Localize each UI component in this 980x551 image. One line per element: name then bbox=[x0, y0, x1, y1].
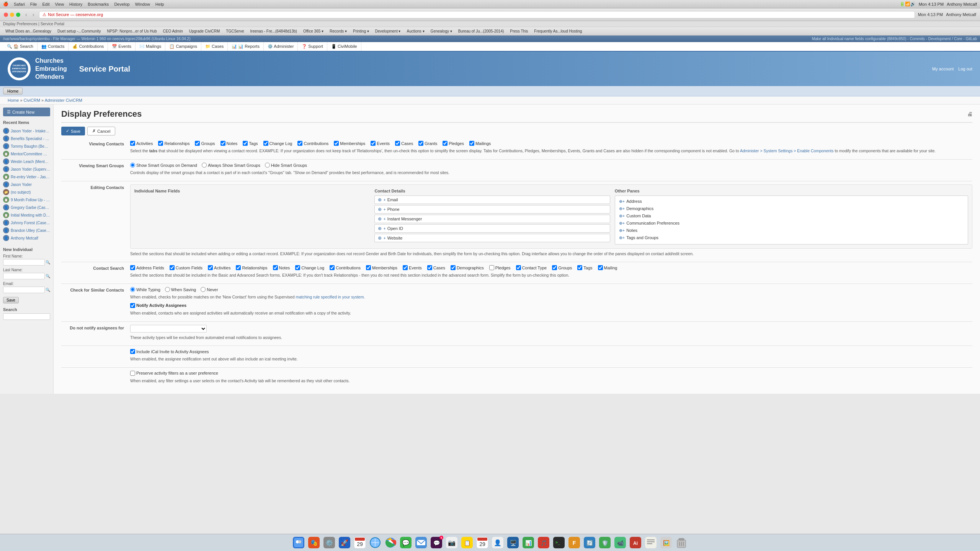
drag-phone[interactable]: ⊕ + Phone bbox=[374, 205, 610, 214]
recent-item-8[interactable]: 📁 (no subject) bbox=[3, 188, 50, 196]
recent-item-2[interactable]: 👤 Tommy Baughn (Benefits... bbox=[3, 142, 50, 150]
forward-button[interactable]: › bbox=[31, 11, 36, 18]
checkbox-relationships[interactable]: Relationships bbox=[158, 141, 189, 146]
recent-item-10[interactable]: 👤 Gregory Garbe (Case Note) bbox=[3, 204, 50, 211]
cs-mailing[interactable]: Mailing bbox=[598, 265, 617, 270]
edit-menu[interactable]: Edit bbox=[42, 2, 49, 7]
checkbox-grants[interactable]: Grants bbox=[418, 141, 437, 146]
help-menu[interactable]: Help bbox=[155, 2, 164, 7]
cs-change-log[interactable]: Change Log bbox=[295, 265, 324, 270]
nav-cases[interactable]: 📁 Cases bbox=[201, 42, 228, 51]
checkbox-notes[interactable]: Notes bbox=[220, 141, 238, 146]
recent-item-5[interactable]: 👤 Jason Yoder (Supervised... bbox=[3, 165, 50, 173]
tab-records[interactable]: Records ▾ bbox=[327, 29, 349, 34]
recent-item-12[interactable]: 👤 Johnny Forest (Case Note) bbox=[3, 219, 50, 227]
email-search-icon[interactable]: 🔍 bbox=[46, 288, 50, 292]
checkbox-contributions[interactable]: Contributions bbox=[297, 141, 328, 146]
checkbox-activities[interactable]: Activities bbox=[130, 141, 153, 146]
recent-item-1[interactable]: 👤 Benefits Specialist - Tam... bbox=[3, 135, 50, 142]
recent-item-9[interactable]: 📋 9 Month Follow Up - Heat... bbox=[3, 196, 50, 204]
tab-press[interactable]: Press This bbox=[508, 29, 530, 34]
recent-item-7[interactable]: 👤 Jason Yoder bbox=[3, 181, 50, 188]
tab-printing[interactable]: Printing ▾ bbox=[351, 29, 371, 34]
cs-contributions[interactable]: Contributions bbox=[330, 265, 361, 270]
nav-contributions[interactable]: 💰 Contributions bbox=[69, 42, 108, 51]
recent-item-11[interactable]: 📋 Initial Meeting with Dire... bbox=[3, 211, 50, 219]
preserve-checkbox[interactable]: Preserve activity filters as a user pref… bbox=[130, 371, 972, 376]
nav-mailings[interactable]: ✉️ Mailings bbox=[136, 42, 165, 51]
checkbox-cases[interactable]: Cases bbox=[395, 141, 413, 146]
recent-item-4[interactable]: 👤 Westin Leach (Mentor/Co... bbox=[3, 158, 50, 165]
nav-search[interactable]: 🔍 🏠 Search bbox=[3, 42, 38, 51]
breadcrumb-administer[interactable]: Administer CiviCRM bbox=[45, 98, 82, 103]
radio-when-saving[interactable]: When Saving bbox=[165, 287, 196, 292]
radio-hide[interactable]: Hide Smart Groups bbox=[265, 163, 307, 168]
tab-hosting[interactable]: Frequently As...loud Hosting bbox=[532, 29, 584, 34]
minimize-button[interactable] bbox=[10, 13, 14, 17]
cs-notes[interactable]: Notes bbox=[273, 265, 290, 270]
nav-events[interactable]: 📅 Events bbox=[108, 42, 136, 51]
other-pane-tags-groups[interactable]: ⊕+ Tags and Groups bbox=[617, 235, 965, 241]
nav-reports[interactable]: 📊 📊 Reports bbox=[228, 42, 264, 51]
nav-administer[interactable]: ⚙️ Administer bbox=[264, 42, 298, 51]
tab-auctions[interactable]: Auctions ▾ bbox=[404, 29, 426, 34]
drag-open-id[interactable]: ⊕ + Open ID bbox=[374, 224, 610, 233]
tab-genealogy2[interactable]: Genealogy ▾ bbox=[428, 29, 454, 34]
drag-website[interactable]: ⊕ + Website bbox=[374, 234, 610, 242]
apple-menu[interactable]: 🍎 bbox=[3, 2, 8, 7]
cs-activities[interactable]: Activities bbox=[208, 265, 230, 270]
recent-item-0[interactable]: 👤 Jason Yoder - Intake Asse... bbox=[3, 127, 50, 135]
tab-upgrade[interactable]: Upgrade CiviCRM bbox=[187, 29, 222, 34]
back-button[interactable]: ‹ bbox=[23, 11, 29, 18]
file-menu[interactable]: File bbox=[30, 2, 37, 7]
other-pane-address[interactable]: ⊕+ Address bbox=[617, 198, 965, 205]
radio-while-typing[interactable]: While Typing bbox=[130, 287, 160, 292]
nav-campaigns[interactable]: 📋 Campaigns bbox=[165, 42, 201, 51]
tab-genealogy[interactable]: What Does an...Genealogy bbox=[3, 29, 54, 34]
create-new-button[interactable]: ☰ Create New bbox=[3, 108, 50, 116]
bookmarks-menu[interactable]: Bookmarks bbox=[88, 2, 109, 7]
search-input[interactable] bbox=[3, 313, 50, 320]
checkbox-pledges[interactable]: Pledges bbox=[443, 141, 464, 146]
safari-menu[interactable]: Safari bbox=[14, 2, 25, 7]
cs-events[interactable]: Events bbox=[403, 265, 422, 270]
cs-pledges[interactable]: Pledges bbox=[489, 265, 511, 270]
drag-instant-messenger[interactable]: ⊕ + Instant Messenger bbox=[374, 215, 610, 223]
tab-tgcserve[interactable]: TGCServe bbox=[224, 29, 246, 34]
view-menu[interactable]: View bbox=[55, 2, 64, 7]
other-pane-custom-data[interactable]: ⊕+ Custom Data bbox=[617, 213, 965, 219]
cs-relationships[interactable]: Relationships bbox=[236, 265, 267, 270]
recent-item-13[interactable]: 👤 Brandon Utley (Case Note) bbox=[3, 227, 50, 234]
close-button[interactable] bbox=[4, 13, 8, 17]
radio-never[interactable]: Never bbox=[201, 287, 218, 292]
email-input[interactable] bbox=[3, 287, 45, 293]
cs-memberships[interactable]: Memberships bbox=[366, 265, 397, 270]
develop-menu[interactable]: Develop bbox=[114, 2, 129, 7]
first-name-input[interactable] bbox=[3, 259, 45, 266]
print-icon[interactable]: 🖨 bbox=[967, 111, 972, 117]
recent-item-3[interactable]: 📋 Mentor/Committee Mem... bbox=[3, 150, 50, 158]
cs-address-fields[interactable]: Address Fields bbox=[130, 265, 164, 270]
new-individual-save-button[interactable]: Save bbox=[3, 297, 19, 303]
tab-npsp[interactable]: NPSP: Nonpro...er of Us Hub bbox=[105, 29, 159, 34]
first-name-search-icon[interactable]: 🔍 bbox=[46, 260, 50, 264]
ical-checkbox[interactable]: Include iCal Invite to Activity Assignee… bbox=[130, 349, 972, 354]
tab-community[interactable]: Duet setup -...Community bbox=[55, 29, 103, 34]
radio-always-show[interactable]: Always Show Smart Groups bbox=[202, 163, 260, 168]
nav-support[interactable]: ❓ Support bbox=[298, 42, 327, 51]
history-menu[interactable]: History bbox=[69, 2, 82, 7]
home-button[interactable]: Home bbox=[3, 88, 23, 95]
last-name-input[interactable] bbox=[3, 273, 45, 279]
my-account-link[interactable]: My account bbox=[932, 67, 954, 71]
checkbox-tags[interactable]: Tags bbox=[243, 141, 258, 146]
recent-item-14[interactable]: 👤 Anthony Metcalf bbox=[3, 234, 50, 242]
radio-show-on-demand[interactable]: Show Smart Groups on Demand bbox=[130, 163, 197, 168]
tab-development[interactable]: Development ▾ bbox=[373, 29, 403, 34]
nav-contacts[interactable]: 👥 Contacts bbox=[38, 42, 69, 51]
last-name-search-icon[interactable]: 🔍 bbox=[46, 274, 50, 278]
cs-contact-type[interactable]: Contact Type bbox=[516, 265, 547, 270]
cs-custom-fields[interactable]: Custom Fields bbox=[170, 265, 203, 270]
drag-email[interactable]: ⊕ + Email bbox=[374, 196, 610, 204]
do-not-notify-select[interactable] bbox=[130, 325, 207, 333]
tab-bureau[interactable]: Bureau of Ju...(2005-2014) bbox=[456, 29, 506, 34]
